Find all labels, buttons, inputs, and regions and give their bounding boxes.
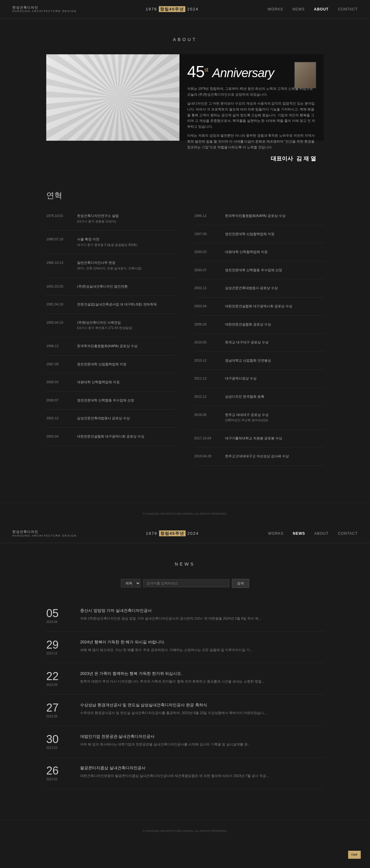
news-page: 한성건축디자인 HANSUNG ARCHITECTURE DESIGN 1979… xyxy=(0,525,370,868)
list-item: 1980.10.13 일반건축디자인사무 변경(부지, 건축·인테리어, 조원·… xyxy=(46,260,176,277)
news-search-select[interactable]: 제목 xyxy=(121,579,141,588)
nav-works-news[interactable]: WORKS xyxy=(268,531,283,536)
list-item: 2017.10.04 대구가톨릭대학교 처원봉 공로봉 수상 xyxy=(194,436,324,448)
list-item: 2010.12 영남대학교 산업협회 인연봉상 xyxy=(194,358,324,370)
header-news: 한성건축디자인 HANSUNG ARCHITECTURE DESIGN 1979… xyxy=(0,525,370,543)
footer: © HANSUNG ARCHITECTURE DESIGN. ALL RIGHT… xyxy=(0,503,370,525)
logo-english: HANSUNG ARCHITECTURE DESIGN xyxy=(12,9,77,13)
list-item[interactable]: 05 2024.04 중산시 앞암망 가까 실내건축디자인공사 저희 (주)한성… xyxy=(46,600,324,632)
list-item: 1991.04.10 전문건설업(실내건축공사업 대 대구91-9호) 면허취득 xyxy=(46,302,176,314)
footer-news: © HANSUNG ARCHITECTURE DESIGN. ALL RIGHT… xyxy=(0,820,370,842)
list-item: 2000.07 영진전문대학 산학협동 우수업체 선정 xyxy=(194,268,324,280)
list-item: 2002.12 삼성건문건축대법원사 공로상 수상 xyxy=(194,285,324,298)
about-content: ABOUT 45st Anniversary 저희는 1979년 창립하여, 그… xyxy=(0,19,370,172)
history-col-left: 1979.10.01 한성건축디자인연구소 설립(대구시 중구 공평동 11번지… xyxy=(46,213,176,472)
list-item: 2005.03 대한전문건설협회 공로상 수상 xyxy=(194,322,324,334)
main-nav-news: WORKS NEWS ABOUT CONTACT xyxy=(268,531,358,536)
news-item-content: 대법인기업 전문공관 실내건축디자인공사 어하 해 앞의 회사에서는 대학기업의… xyxy=(80,734,324,749)
news-date: 05 2024.04 xyxy=(46,608,71,624)
nav-news-active[interactable]: NEWS xyxy=(293,531,305,536)
list-item: 2003.04 대한전문건설협회 대구광역시회 공로상 수상 xyxy=(46,434,176,446)
list-item: 1997.09 영진전문대학 산업협력업체 지정 xyxy=(46,362,176,374)
list-item: 1996.12 한국투자진흥원협회(KAPA) 공로상 수상 xyxy=(46,343,176,355)
history-title: 연혁 xyxy=(46,190,324,201)
logo-korean-news: 한성건축디자인 xyxy=(12,530,77,534)
history-grid: 1979.10.01 한성건축디자인연구소 설립(대구시 중구 공평동 11번지… xyxy=(46,213,324,472)
list-item[interactable]: 30 2023.03 대법인기업 전문공관 실내건축디자인공사 어하 해 앞의 … xyxy=(46,726,324,757)
news-item-content: 2023년 온 가족이 함께하는 행복 가득한 한가위 되십시오. 한추의 대련… xyxy=(80,671,324,687)
news-content: NEWS 제목 검색 05 2024.04 중산시 앞암망 가까 실내건축디자인… xyxy=(0,543,370,808)
history-col-right: 1996.12 한국투자진흥원협회(KAPA) 공로상 수상 1997.09 영… xyxy=(194,213,324,472)
news-item-content: 팔공콘티지콥삼 실내건축디자인공사 대한건축디자인위원의 팔공콘티지콥삼 실내건… xyxy=(80,765,324,781)
list-item: 2010.03 한국교 대구대구 공로상 수상 xyxy=(194,340,324,352)
top-button-news[interactable]: TOP xyxy=(348,851,361,859)
logo[interactable]: 한성건축디자인 HANSUNG ARCHITECTURE DESIGN xyxy=(12,5,77,13)
list-item: 1996.12 한국투자진흥원협회(KAPA) 공로상 수상 xyxy=(194,213,324,225)
list-item: 1979.10.01 한성건축디자인연구소 설립(대구시 중구 공평동 11번지… xyxy=(46,213,176,230)
news-date: 27 2023.06 xyxy=(46,702,71,718)
list-item: 2000.03 대원대학 산학협력업체 지정 xyxy=(46,379,176,392)
news-date: 30 2023.03 xyxy=(46,734,71,749)
list-item: 2011.12 대구광역시장상 수상 xyxy=(194,376,324,388)
news-search-bar: 제목 검색 xyxy=(46,579,324,588)
list-item: 1993.04.10 (주)한성건축디자인 사목전입(대구시 중구 북인동가 2… xyxy=(46,320,176,337)
nav-news[interactable]: NEWS xyxy=(292,7,305,11)
ceo-signature: 대표이사 김 재 열 xyxy=(187,155,316,162)
list-item[interactable]: 27 2023.06 수상성남 환경개선공사 및 면도실 삼성실내건축디자인공사… xyxy=(46,694,324,726)
history-section: 연혁 1979.10.01 한성건축디자인연구소 설립(대구시 중구 공평동 1… xyxy=(0,172,370,490)
about-body3: 이제는 저희의 성장과 발전뿐만 아니라 풍부한 경험과 축적된 노하우로 여전… xyxy=(187,133,316,150)
about-body2: 실내디자인은 그 어떤 분야보다 수요의 개성과 사용자의 감각의 접점적인 있… xyxy=(187,101,316,130)
list-item: 1980.07.10 서울 확장 이전대구시 중구 종로동 3 (동광 동광빌딩… xyxy=(46,237,176,254)
ceo-photo xyxy=(295,62,316,88)
news-date: 29 2023.12 xyxy=(46,639,71,655)
list-item: 2016.05 한주교 대대대구 공로상 수상(180여년간 주교회 영아대성당… xyxy=(194,412,324,430)
about-title: ABOUT xyxy=(46,37,324,42)
list-item: 1997.09 영진전문대학 산업협력업체 지정 xyxy=(194,231,324,244)
header: 한성건축디자인 HANSUNG ARCHITECTURE DESIGN 1979… xyxy=(0,0,370,19)
list-item: 2002.12 삼성건문건축대법원사 공로상 수상 xyxy=(46,416,176,428)
logo-news[interactable]: 한성건축디자인 HANSUNG ARCHITECTURE DESIGN xyxy=(12,530,77,537)
anniversary-text-block: 45st Anniversary 저희는 1979년 창립하여, 그로부터 45… xyxy=(179,54,324,141)
list-item: 2003.04 대한전문건설협회 대구광역시회 공로상 수상 xyxy=(194,304,324,316)
list-item[interactable]: 26 2023.03 팔공콘티지콥삼 실내건축디자인공사 대한건축디자인위원의 … xyxy=(46,757,324,789)
list-item: 2019.04.28 한주교고대대대구교 자선성상 감사패 수상 xyxy=(194,454,324,466)
news-search-button[interactable]: 검색 xyxy=(232,579,249,588)
news-date: 26 2023.03 xyxy=(46,765,71,781)
main-nav: WORKS NEWS ABOUT CONTACT xyxy=(268,7,358,11)
header-tagline: 1979 창립45주년 2024 xyxy=(145,6,199,12)
nav-contact-news[interactable]: CONTACT xyxy=(338,531,358,536)
list-item: 2000.07 영진전문대학 산학협동 우수업체 선정 xyxy=(46,398,176,410)
nav-contact[interactable]: CONTACT xyxy=(338,7,358,11)
news-list: 05 2024.04 중산시 앞암망 가까 실내건축디자인공사 저희 (주)한성… xyxy=(46,600,324,789)
header-tagline-news: 1979 창립45주년 2024 xyxy=(146,531,199,536)
nav-about-news[interactable]: ABOUT xyxy=(314,531,329,536)
list-item[interactable]: 29 2023.12 2024년 행복이 가득한 한 해가 되시길 바랍니다. … xyxy=(46,632,324,663)
news-item-content: 수상성남 환경개선공사 및 면도실 삼성실내건축디자인공사 완공 축하식 수추연… xyxy=(80,702,324,718)
list-item: 2012.12 삼성디자인 한국협회 등록 xyxy=(194,394,324,406)
news-search-input[interactable] xyxy=(143,579,229,587)
nav-about[interactable]: ABOUT xyxy=(314,7,329,11)
anniversary-banner: 45st Anniversary 저희는 1979년 창립하여, 그로부터 45… xyxy=(46,54,324,141)
list-item[interactable]: 22 2023.09 2023년 온 가족이 함께하는 행복 가득한 한가위 되… xyxy=(46,663,324,694)
logo-english-news: HANSUNG ARCHITECTURE DESIGN xyxy=(12,534,77,537)
anniversary-image xyxy=(46,54,191,141)
news-title: NEWS xyxy=(46,562,324,566)
news-date: 22 2023.09 xyxy=(46,671,71,687)
about-page: 한성건축디자인 HANSUNG ARCHITECTURE DESIGN 1979… xyxy=(0,0,370,525)
news-item-content: 2024년 행복이 가득한 한 해가 되시길 바랍니다. 새해 복 많이 받으세… xyxy=(80,639,324,655)
logo-korean: 한성건축디자인 xyxy=(12,5,77,9)
list-item: 2000.03 대원대학 산학협력업체 지정 xyxy=(194,249,324,261)
nav-works[interactable]: WORKS xyxy=(268,7,283,11)
list-item: 1991.03.20 (주)한성실내건축디자인 법인전환 xyxy=(46,284,176,296)
news-item-content: 중산시 앞암망 가까 실내건축디자인공사 저희 (주)한성건축디자인은 경심 앞… xyxy=(80,608,324,624)
